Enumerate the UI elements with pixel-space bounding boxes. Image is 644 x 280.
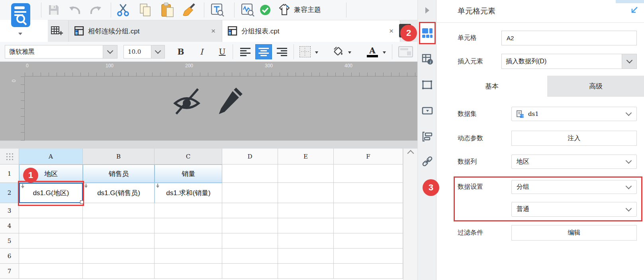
fill-color-button[interactable] <box>332 45 345 58</box>
cell-B6[interactable] <box>83 249 155 264</box>
chevron-up-icon[interactable] <box>407 150 414 157</box>
format-painter-button[interactable] <box>182 2 197 18</box>
fill-color-dropdown-button[interactable] <box>347 51 352 55</box>
cell-D2[interactable] <box>222 183 278 203</box>
align-right-button[interactable] <box>274 45 290 59</box>
sidebar-item-float-element[interactable] <box>421 79 433 92</box>
sidebar-item-condition-attribute[interactable] <box>421 131 433 144</box>
logo-dropdown-caret-icon[interactable] <box>18 33 22 35</box>
cell-C6[interactable] <box>155 249 222 264</box>
compat-theme-button[interactable] <box>277 3 292 17</box>
cell-E1[interactable] <box>278 164 334 183</box>
col-header-B[interactable]: B <box>83 149 155 164</box>
eye-off-icon[interactable] <box>171 85 202 116</box>
cell-D1[interactable] <box>222 164 278 183</box>
align-center-button[interactable] <box>255 44 272 59</box>
cell-A7[interactable] <box>19 264 83 279</box>
tab-basic[interactable]: 基本 <box>437 76 547 97</box>
row-header-6[interactable]: 6 <box>0 249 19 264</box>
cell-C1[interactable]: 销量 <box>155 164 222 183</box>
tab-group-report[interactable]: 分组报表.cpt × <box>222 20 400 42</box>
data-column-select[interactable]: 地区 <box>511 155 637 169</box>
app-logo-template-search-icon[interactable] <box>11 3 30 27</box>
col-header-E[interactable]: E <box>278 149 334 164</box>
underline-button[interactable]: U <box>215 45 229 59</box>
row-header-1[interactable]: 1 <box>0 164 19 183</box>
font-family-select[interactable]: 微软雅黑 <box>5 45 117 59</box>
cell-D5[interactable] <box>222 233 278 249</box>
cell-ref-input[interactable] <box>501 31 637 45</box>
row-header-2[interactable]: 2 <box>0 183 19 203</box>
cell-C7[interactable] <box>155 264 222 279</box>
cell-E7[interactable] <box>278 264 334 279</box>
cell-A5[interactable] <box>19 233 83 249</box>
cell-F5[interactable] <box>334 233 403 249</box>
dataset-select[interactable]: ds1 <box>511 107 637 121</box>
align-left-button[interactable] <box>238 45 253 59</box>
sheet-vertical-scrollbar[interactable] <box>403 149 417 280</box>
cell-E4[interactable] <box>278 218 334 233</box>
sidebar-item-widget[interactable] <box>421 105 433 118</box>
cell-C3[interactable] <box>155 203 222 218</box>
sidebar-item-hyperlink[interactable] <box>421 155 433 169</box>
cell-D6[interactable] <box>222 249 278 264</box>
cell-D3[interactable] <box>222 203 278 218</box>
cell-E5[interactable] <box>278 233 334 249</box>
cell-A4[interactable] <box>19 218 83 233</box>
border-button[interactable] <box>299 46 311 58</box>
cell-B5[interactable] <box>83 233 155 249</box>
parameter-pane-canvas[interactable] <box>25 76 417 141</box>
cell-C4[interactable] <box>155 218 222 233</box>
cell-E6[interactable] <box>278 249 334 264</box>
new-template-button[interactable] <box>50 25 64 37</box>
row-header-5[interactable]: 5 <box>0 233 19 249</box>
paste-button[interactable] <box>160 2 175 18</box>
tab-close-icon[interactable]: × <box>383 27 400 35</box>
row-header-3[interactable]: 3 <box>0 203 19 218</box>
col-header-F[interactable]: F <box>334 149 403 164</box>
undo-button[interactable] <box>68 3 82 17</box>
tab-adjacent-group[interactable]: 相邻连续分组.cpt × <box>69 20 222 42</box>
cell-B7[interactable] <box>83 264 155 279</box>
cell-C2[interactable]: ds1.求和(销量) <box>155 183 222 203</box>
col-header-C[interactable]: C <box>155 149 222 164</box>
font-color-button[interactable]: A <box>365 45 380 59</box>
compat-theme-label[interactable]: 兼容主题 <box>294 5 321 14</box>
cell-E2[interactable] <box>278 183 334 203</box>
merge-toolbar-button-disabled[interactable] <box>397 45 414 59</box>
insert-element-select[interactable]: 插入数据列(D) <box>501 54 637 69</box>
font-color-dropdown-button[interactable] <box>382 51 387 55</box>
row-header-4[interactable]: 4 <box>0 218 19 233</box>
sidebar-item-cell-attribute[interactable]: i <box>421 53 433 67</box>
cell-B1[interactable]: 销售员 <box>83 164 155 183</box>
selection-handle[interactable] <box>80 200 84 204</box>
dynamic-param-inject-button[interactable]: 注入 <box>511 131 637 146</box>
cut-button[interactable] <box>115 2 131 18</box>
col-header-D[interactable]: D <box>222 149 278 164</box>
save-button[interactable] <box>47 3 61 17</box>
bold-button[interactable]: B <box>174 45 188 59</box>
cell-C5[interactable] <box>155 233 222 249</box>
tab-close-icon[interactable]: × <box>205 27 222 35</box>
border-dropdown-button[interactable] <box>314 51 319 55</box>
cell-D4[interactable] <box>222 218 278 233</box>
cell-F2[interactable] <box>334 183 403 203</box>
validate-check-button[interactable] <box>259 4 272 16</box>
row-header-7[interactable]: 7 <box>0 264 19 279</box>
redo-button[interactable] <box>88 3 103 17</box>
text-search-button[interactable] <box>209 2 225 18</box>
col-header-A[interactable]: A <box>19 149 83 164</box>
cell-B3[interactable] <box>83 203 155 218</box>
copy-button[interactable] <box>138 2 153 18</box>
template-preview-button[interactable] <box>240 2 256 18</box>
cell-F4[interactable] <box>334 218 403 233</box>
sidebar-item-cell-element-active[interactable] <box>419 22 436 44</box>
grid-select-all-corner[interactable] <box>0 149 19 164</box>
cell-B4[interactable] <box>83 218 155 233</box>
collapse-panel-icon[interactable] <box>425 7 429 14</box>
cell-A6[interactable] <box>19 249 83 264</box>
dock-arrow-icon[interactable] <box>630 6 639 14</box>
pencil-edit-icon[interactable] <box>215 84 247 117</box>
italic-button[interactable]: I <box>195 45 208 59</box>
tab-advanced[interactable]: 高级 <box>547 76 644 97</box>
